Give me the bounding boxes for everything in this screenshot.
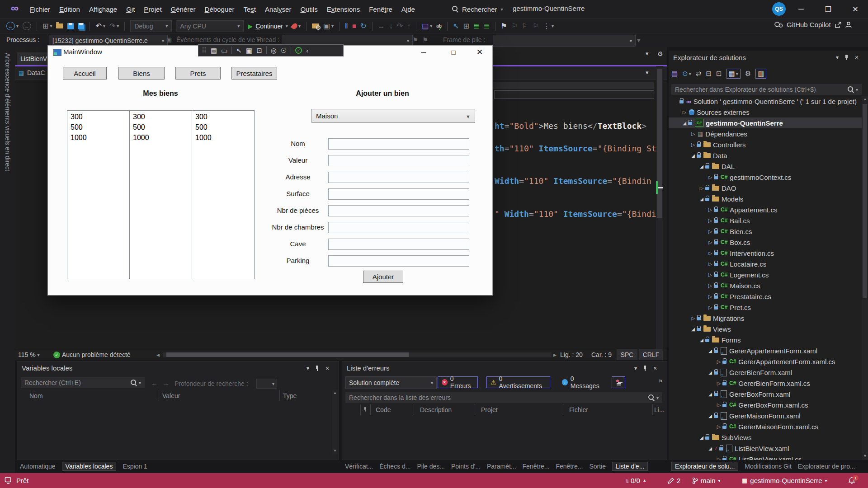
expander-collapsed-icon[interactable]: ▷ <box>707 261 714 267</box>
breadcrumb-item[interactable]: DataC <box>27 69 47 76</box>
column-header-description[interactable]: Description <box>420 406 452 413</box>
expander-expanded-icon[interactable]: ◢ <box>707 370 714 375</box>
scrollbar-thumb[interactable] <box>657 69 662 218</box>
menu-deboguer[interactable]: Déboguer <box>200 5 239 13</box>
list-item[interactable]: 1000 <box>67 133 126 143</box>
show-layout-adorners-icon[interactable]: ▭ <box>221 47 227 54</box>
tree-item-gererboxform-xaml[interactable]: ◢GererBoxForm.xaml <box>669 389 862 399</box>
pin-icon[interactable] <box>315 365 320 371</box>
expander-expanded-icon[interactable]: ◢ <box>707 348 714 353</box>
tree-item-models[interactable]: ◢Models <box>669 193 862 204</box>
errors-filter-button[interactable]: ✕0 Erreurs <box>438 376 478 388</box>
tag-navigation-button[interactable]: ≣ <box>483 23 489 30</box>
input-nbr-de-chambres[interactable] <box>328 222 469 233</box>
tree-item-dependances[interactable]: ▷▦Dépendances <box>669 128 862 139</box>
minimize-button[interactable]: ─ <box>788 0 814 18</box>
error-scope-select[interactable]: Solution complète▾ <box>345 376 437 389</box>
list-item[interactable]: 500 <box>130 122 189 133</box>
text-check-button[interactable]: ab <box>436 24 442 28</box>
input-surface[interactable] <box>328 188 469 200</box>
show-all-files-icon[interactable]: ⊡ <box>716 70 722 78</box>
nav-back-button[interactable]: ←▾ <box>6 22 19 30</box>
warnings-filter-button[interactable]: ⚠0 Avertissements <box>486 376 550 388</box>
search-back-icon[interactable]: ← <box>151 379 158 387</box>
toolbar-options-button[interactable]: ⋮▾ <box>543 23 554 30</box>
menu-affichage[interactable]: Affichage <box>85 5 122 13</box>
scroll-down-icon[interactable]: ▼ <box>863 454 867 458</box>
expander-expanded-icon[interactable]: ◢ <box>707 446 714 451</box>
list-item[interactable]: 500 <box>67 122 126 133</box>
restore-button[interactable]: ❒ <box>816 0 841 18</box>
step-into-button[interactable]: ↓ <box>389 23 393 30</box>
input-valeur[interactable] <box>328 155 469 166</box>
document-outline-button[interactable]: ≣ <box>473 23 479 30</box>
insert-mode-indicator[interactable]: SPC <box>617 349 637 360</box>
tree-item-box-cs[interactable]: ▷C#Box.cs <box>669 237 862 248</box>
expander-collapsed-icon[interactable]: ▷ <box>689 131 697 137</box>
expander-collapsed-icon[interactable]: ▷ <box>707 250 714 256</box>
tree-item-maison-cs[interactable]: ▷C#Maison.cs <box>669 280 862 291</box>
solution-configurations-select[interactable]: Debug▾ <box>130 20 172 32</box>
editor-horizontal-scrollbar[interactable] <box>163 352 552 357</box>
app-maximize-button[interactable]: □ <box>447 47 460 57</box>
close-icon[interactable]: × <box>653 365 657 372</box>
solution-platforms-select[interactable]: Any CPU▾ <box>176 20 244 32</box>
expander-collapsed-icon[interactable]: ▷ <box>707 283 714 289</box>
collapse-toolbar-icon[interactable]: ‹ <box>306 47 308 54</box>
list-item[interactable]: 1000 <box>192 133 251 143</box>
chevron-down-icon[interactable]: ▾ <box>307 365 309 371</box>
expander-collapsed-icon[interactable]: ▷ <box>707 218 714 224</box>
stop-debugging-button[interactable]: ■ <box>352 23 357 30</box>
show-next-statement-button[interactable]: → <box>378 23 385 30</box>
column-header-projet[interactable]: Projet <box>481 406 498 413</box>
tab-variables-locales[interactable]: Variables locales <box>62 462 117 471</box>
flag-thread-icon[interactable]: ⚑ <box>412 36 418 44</box>
accessibility-checker-icon[interactable]: ☉ <box>281 47 287 54</box>
chevron-down-icon[interactable]: ▾ <box>646 69 649 76</box>
tree-item-subviews[interactable]: ◢SubViews <box>669 432 862 443</box>
expander-collapsed-icon[interactable]: ▷ <box>707 305 714 310</box>
undo-button[interactable]: ↶▾ <box>95 23 105 30</box>
tree-item-gererbienform-xaml[interactable]: ◢GererBienForm.xaml <box>669 367 862 378</box>
continue-button[interactable]: ▶Continuer▾ <box>248 23 288 30</box>
tab-list-dropdown-icon[interactable]: ▾ <box>646 50 649 57</box>
tab-sortie[interactable]: Sortie <box>589 463 606 470</box>
restart-button[interactable]: ↻ <box>360 23 366 30</box>
search-forward-icon[interactable]: → <box>162 379 169 387</box>
tab-modifications-git[interactable]: Modifications Git <box>745 463 791 470</box>
open-folder-button[interactable] <box>56 23 63 28</box>
expander-collapsed-icon[interactable]: ▷ <box>681 109 688 115</box>
tree-item-forms[interactable]: ◢Forms <box>669 334 862 345</box>
tree-item-gererbienform-xaml-cs[interactable]: ▷C#GererBienForm.xaml.cs <box>669 378 862 389</box>
expander-collapsed-icon[interactable]: ▷ <box>715 402 722 408</box>
bien-type-select[interactable]: Maison ▼ <box>311 109 475 123</box>
list-item[interactable]: 300 <box>130 112 189 122</box>
close-icon[interactable]: × <box>855 54 859 61</box>
close-icon[interactable]: × <box>326 365 329 372</box>
scrollbar-thumb[interactable] <box>166 352 409 357</box>
tab-explorateur-de-solu[interactable]: Explorateur de solu... <box>671 462 738 471</box>
app-minimize-button[interactable]: ─ <box>417 47 430 57</box>
tree-item-migrations[interactable]: ▷Migrations <box>669 313 862 324</box>
tab-automatique[interactable]: Automatique <box>20 463 56 470</box>
github-copilot-area[interactable]: GitHub Copilot <box>774 21 852 28</box>
track-focused-element-icon[interactable]: ◎ <box>271 47 277 54</box>
tree-item-gestimmocontext-cs[interactable]: ▷C#gestimmoContext.cs <box>669 172 862 183</box>
select-element-icon[interactable]: ⊡ <box>256 47 262 54</box>
expander-collapsed-icon[interactable]: ▷ <box>707 272 714 278</box>
toolbar-grip[interactable]: ⠿ <box>202 47 207 54</box>
tree-item-bail-cs[interactable]: ▷C#Bail.cs <box>669 215 862 226</box>
app-close-button[interactable]: ✕ <box>473 47 486 57</box>
tab-explorateur-de-pro[interactable]: Explorateur de pro... <box>798 463 855 470</box>
repository-button[interactable]: ▦ gestimmo-QuentinSerre▾ <box>742 473 827 488</box>
next-bookmark-button[interactable]: ⚐ <box>522 23 528 30</box>
expander-collapsed-icon[interactable]: ▷ <box>707 207 714 213</box>
enable-selection-button[interactable]: ↖ <box>453 23 459 30</box>
new-item-button[interactable]: ⊞▾ <box>42 23 52 30</box>
sync-with-active-document-icon[interactable]: ⇄ <box>696 70 702 78</box>
expander-expanded-icon[interactable]: ◢ <box>698 164 705 169</box>
tree-item-prestataire-cs[interactable]: ▷C#Prestataire.cs <box>669 291 862 302</box>
expander-collapsed-icon[interactable]: ▷ <box>707 229 714 235</box>
expander-collapsed-icon[interactable]: ▷ <box>715 380 722 386</box>
step-over-button[interactable]: ↷ <box>397 23 403 30</box>
